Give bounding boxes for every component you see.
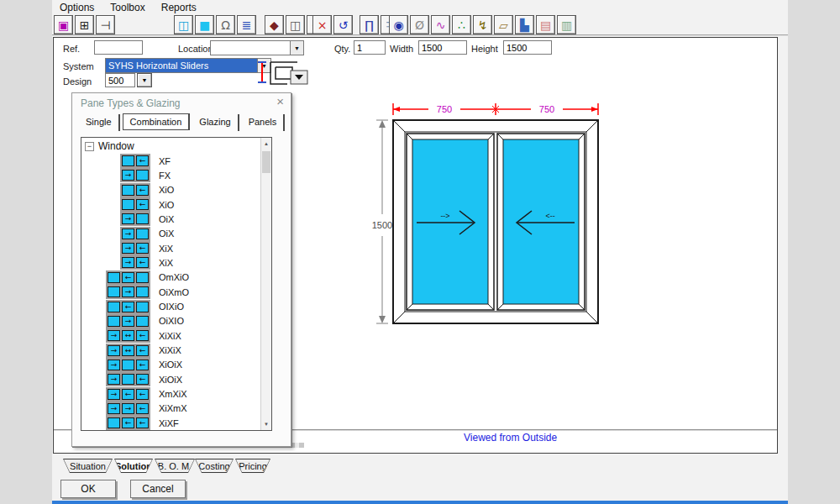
list-item[interactable]: ←←XiXF <box>81 416 260 430</box>
width-label: Width <box>390 44 413 54</box>
list-item[interactable]: →FX <box>81 168 260 182</box>
spray-head-button[interactable]: Ø <box>410 15 429 34</box>
menu-options[interactable]: Options <box>57 0 102 15</box>
scales-button[interactable]: ∏ <box>360 15 379 34</box>
sheet-tab-solution[interactable]: Solution <box>114 459 153 473</box>
pane-left: ← <box>136 389 149 400</box>
pane-left: ← <box>136 243 149 254</box>
width-input[interactable] <box>418 40 467 55</box>
window-elevation-icon: ◫ <box>178 19 189 31</box>
right-sash[interactable]: <-- <box>497 134 585 310</box>
sheet-tab-bom[interactable]: B. O. M. <box>155 459 195 473</box>
sheet-tab-costing[interactable]: Costing <box>195 459 234 473</box>
framed-window-button[interactable]: ◫ <box>286 15 305 34</box>
design-input[interactable] <box>105 73 135 87</box>
list-item[interactable]: ←XiO <box>81 183 260 197</box>
pane-right: → <box>108 389 120 400</box>
list-item[interactable]: →→←XiXmX <box>81 402 260 416</box>
sheet-tab-pricing[interactable]: Pricing <box>235 459 270 473</box>
left-sash[interactable]: --> <box>407 134 494 310</box>
list-item[interactable]: →OiXmO <box>81 285 260 299</box>
ref-input[interactable] <box>94 40 143 55</box>
list-item[interactable]: →↔←XiXiX <box>81 328 260 343</box>
signature-zigzag-button[interactable]: ∿ <box>431 15 450 34</box>
ok-button[interactable]: OK <box>60 480 116 498</box>
list-item[interactable]: →←XiOiX <box>81 372 260 386</box>
zoom-button[interactable]: ◉ <box>389 15 408 34</box>
window-elevation-button[interactable]: ◫ <box>174 15 193 34</box>
list-item[interactable]: →←XiOiX <box>81 358 260 372</box>
pane-plain <box>108 286 120 297</box>
parts-list-button[interactable]: ≣ <box>237 15 256 34</box>
bottom-accent-bar <box>52 501 788 504</box>
list-item[interactable]: →OiXIO <box>81 314 260 328</box>
pane-right: → <box>108 360 120 370</box>
door-panel-button[interactable]: ⊣ <box>96 15 115 34</box>
pointer-arrow-button[interactable]: ◆ <box>265 15 284 34</box>
list-item[interactable]: →↔←XiXiX <box>81 344 260 358</box>
pane-config-icon: ← <box>97 300 150 314</box>
folder-settings-icon: ▱ <box>499 19 508 31</box>
notes-button[interactable]: ▥ <box>557 15 576 34</box>
flashlight-button[interactable]: ↯ <box>473 15 492 34</box>
notes-icon: ▥ <box>561 19 572 31</box>
collapse-icon[interactable]: − <box>85 142 94 151</box>
list-item[interactable]: ←XF <box>81 154 260 168</box>
tab-combination[interactable]: Combination <box>123 113 191 130</box>
cascade-panes-button[interactable]: ▣ <box>54 15 73 34</box>
pane-plain <box>136 213 149 224</box>
sheet-tab-situation[interactable]: Situation <box>63 459 113 473</box>
list-scrollbar[interactable]: ▲ ▼ <box>260 138 271 430</box>
location-dropdown-button[interactable]: ▼ <box>290 41 303 55</box>
cancel-button[interactable]: Cancel <box>130 480 186 498</box>
list-item[interactable]: ←OmXiO <box>81 270 260 285</box>
scroll-down-icon[interactable]: ▼ <box>261 418 271 430</box>
scroll-up-icon[interactable]: ▲ <box>261 138 271 150</box>
tree-node-window[interactable]: − Window <box>85 140 134 152</box>
color-dots-button[interactable]: ∴ <box>452 15 471 34</box>
list-item[interactable]: →←XiX <box>81 241 260 255</box>
pane-plain <box>136 272 149 283</box>
menu-reports[interactable]: Reports <box>159 0 205 15</box>
list-item[interactable]: →OiX <box>81 227 260 241</box>
profile-selector[interactable] <box>254 55 319 89</box>
list-item[interactable]: →←XiX <box>81 255 260 270</box>
menu-toolbox[interactable]: Toolbox <box>108 0 153 15</box>
profile-dropdown-button[interactable] <box>291 71 307 84</box>
lamp-button[interactable]: Ω <box>216 15 235 34</box>
list-item[interactable]: →OiX <box>81 212 260 226</box>
view-caption: Viewed from Outside <box>464 432 557 444</box>
pane-plain <box>122 185 134 196</box>
pane-left: ← <box>136 403 149 414</box>
toolbar-group: ▣⊞⊣ <box>54 15 115 34</box>
pane-right: → <box>108 330 120 341</box>
list-item[interactable]: ←OIXiO <box>81 300 260 314</box>
location-combobox[interactable]: ▼ <box>210 40 304 55</box>
delete-button[interactable]: × <box>312 15 332 34</box>
tab-glazing[interactable]: Glazing <box>192 114 239 131</box>
system-combobox[interactable]: SYHS Horizontal Sliders ▼ <box>105 58 271 73</box>
list-item-label: OiXIO <box>159 316 184 326</box>
print-report-button[interactable]: ▤ <box>536 15 555 34</box>
pane-both: ↔ <box>122 345 134 356</box>
glass-pane-button[interactable]: ■ <box>195 15 214 34</box>
chart-report-button[interactable]: ▙ <box>515 15 534 34</box>
pane-plain <box>136 302 149 312</box>
folder-settings-button[interactable]: ▱ <box>494 15 513 34</box>
pane-left: ← <box>136 199 149 210</box>
screen: OptionsToolboxReports ▣⊞⊣◫■Ω≣◆◫╫×↺∏∓◉Ø∿∴… <box>0 0 840 504</box>
list-item[interactable]: →←←XmXiX <box>81 387 260 402</box>
height-label: Height <box>471 44 498 54</box>
tab-panels[interactable]: Panels <box>242 114 286 131</box>
close-icon[interactable]: × <box>276 95 284 108</box>
qty-input[interactable] <box>354 40 386 55</box>
pane-left: ← <box>136 257 149 268</box>
design-dropdown-button[interactable]: ▼ <box>137 73 152 87</box>
list-item[interactable]: ←XiO <box>81 197 260 212</box>
scrollbar-thumb[interactable] <box>262 151 270 173</box>
grid-window-button[interactable]: ⊞ <box>75 15 94 34</box>
height-input[interactable] <box>503 40 552 55</box>
undo-button[interactable]: ↺ <box>333 15 353 34</box>
tab-single[interactable]: Single <box>79 114 120 131</box>
toolbar-group: ×↺ <box>312 15 353 34</box>
